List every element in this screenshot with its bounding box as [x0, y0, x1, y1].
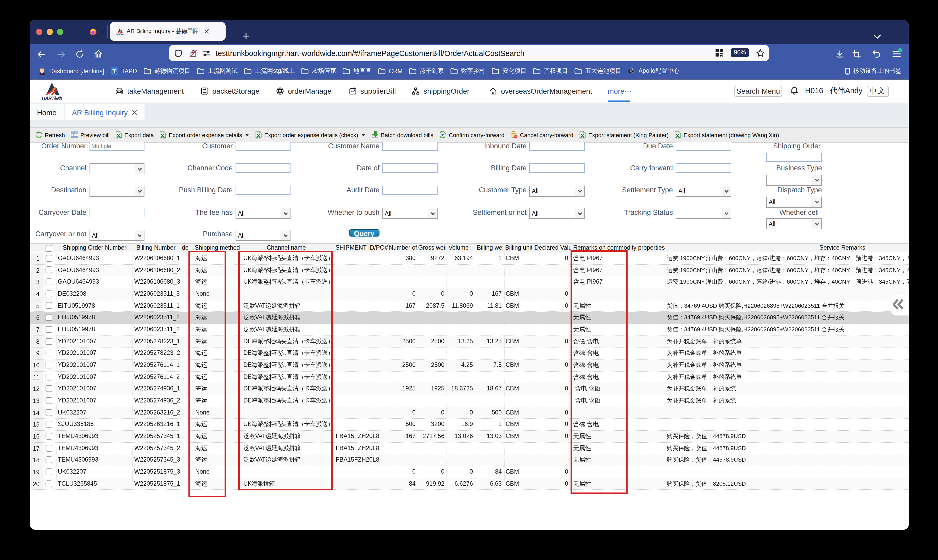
svg-text:HART: HART	[116, 33, 121, 35]
svg-text:HART: HART	[42, 95, 55, 100]
svg-text:赫德: 赫德	[54, 96, 62, 100]
svg-text:赫德: 赫德	[120, 34, 123, 35]
